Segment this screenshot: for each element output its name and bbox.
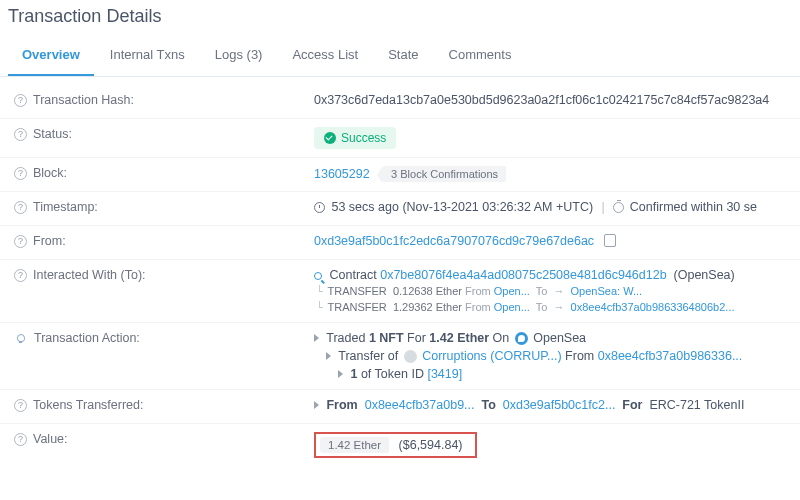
- from-address-link[interactable]: 0xd3e9af5b0c1fc2edc6a7907076cd9c79e67de6…: [314, 234, 594, 248]
- label-from: From:: [33, 234, 66, 248]
- tab-access-list[interactable]: Access List: [278, 37, 372, 76]
- row-status: ? Status: Success: [0, 119, 800, 158]
- row-block: ? Block: 13605292 3 Block Confirmations: [0, 158, 800, 192]
- tab-overview[interactable]: Overview: [8, 37, 94, 76]
- check-icon: [324, 132, 336, 144]
- usd-amount: ($6,594.84): [399, 438, 463, 452]
- label-action: Transaction Action:: [34, 331, 140, 345]
- action-from-link[interactable]: 0x8ee4cfb37a0b986336...: [598, 349, 743, 363]
- transfer-from-link[interactable]: Open...: [494, 285, 530, 297]
- status-text: Success: [341, 131, 386, 145]
- caret-icon: [314, 401, 319, 409]
- value-hash: 0x373c6d7eda13cb7a0e530bd5d9623a0a2f1cf0…: [314, 93, 786, 107]
- confirmations-badge: 3 Block Confirmations: [383, 166, 506, 182]
- timestamp-absolute: (Nov-13-2021 03:26:32 AM +UTC): [402, 200, 593, 214]
- token-icon: [404, 350, 417, 363]
- caret-icon: [314, 334, 319, 342]
- contract-prefix: Contract: [329, 268, 376, 282]
- timestamp-relative: 53 secs ago: [331, 200, 398, 214]
- row-hash: ? Transaction Hash: 0x373c6d7eda13cb7a0e…: [0, 85, 800, 119]
- action-line-2: Transfer of Corruptions (CORRUP...) From…: [314, 349, 786, 363]
- stopwatch-icon: [613, 202, 624, 213]
- label-tokens: Tokens Transferred:: [33, 398, 143, 412]
- tokens-from-link[interactable]: 0x8ee4cfb37a0b9...: [365, 398, 475, 412]
- tree-icon: └: [316, 301, 323, 314]
- value-highlight-box: 1.42 Ether ($6,594.84): [314, 432, 477, 458]
- help-icon[interactable]: ?: [14, 128, 27, 141]
- token-name-link[interactable]: Corruptions (CORRUP...): [422, 349, 561, 363]
- tabs-bar: Overview Internal Txns Logs (3) Access L…: [0, 37, 800, 77]
- tree-icon: └: [316, 285, 323, 298]
- page-title: Transaction Details: [0, 0, 800, 37]
- block-number-link[interactable]: 13605292: [314, 167, 370, 181]
- status-badge: Success: [314, 127, 396, 149]
- tab-logs[interactable]: Logs (3): [201, 37, 277, 76]
- ether-amount: 1.42 Ether: [320, 437, 389, 453]
- label-hash: Transaction Hash:: [33, 93, 134, 107]
- caret-icon: [326, 352, 331, 360]
- row-to: ? Interacted With (To): Contract 0x7be80…: [0, 260, 800, 323]
- transfer-line-2: └ TRANSFER 1.29362 Ether From Open... To…: [314, 301, 786, 314]
- tokens-to-link[interactable]: 0xd3e9af5b0c1fc2...: [503, 398, 616, 412]
- label-value: Value:: [33, 432, 68, 446]
- clock-icon: [314, 202, 325, 213]
- copy-icon[interactable]: [606, 236, 616, 247]
- details-panel: ? Transaction Hash: 0x373c6d7eda13cb7a0e…: [0, 77, 800, 466]
- transfer-from-link[interactable]: Open...: [494, 301, 530, 313]
- row-tokens: ? Tokens Transferred: From 0x8ee4cfb37a0…: [0, 390, 800, 424]
- label-status: Status:: [33, 127, 72, 141]
- caret-icon: [338, 370, 343, 378]
- row-timestamp: ? Timestamp: 53 secs ago (Nov-13-2021 03…: [0, 192, 800, 226]
- row-from: ? From: 0xd3e9af5b0c1fc2edc6a7907076cd9c…: [0, 226, 800, 260]
- transfer-line-1: └ TRANSFER 0.12638 Ether From Open... To…: [314, 285, 786, 298]
- timestamp-confirmed: Confirmed within 30 se: [630, 200, 757, 214]
- opensea-icon: [515, 332, 528, 345]
- action-line-1: Traded 1 NFT For 1.42 Ether On OpenSea: [314, 331, 786, 345]
- label-timestamp: Timestamp:: [33, 200, 98, 214]
- transfer-to-link[interactable]: 0x8ee4cfb37a0b9863364806b2...: [571, 301, 735, 313]
- to-address-link[interactable]: 0x7be8076f4ea4a4ad08075c2508e481d6c946d1…: [380, 268, 666, 282]
- help-icon[interactable]: ?: [14, 167, 27, 180]
- tab-state[interactable]: State: [374, 37, 432, 76]
- token-id-link[interactable]: [3419]: [427, 367, 462, 381]
- help-icon[interactable]: ?: [14, 94, 27, 107]
- contract-name: (OpenSea): [674, 268, 735, 282]
- lightbulb-icon: [14, 332, 26, 344]
- help-icon[interactable]: ?: [14, 201, 27, 214]
- tab-comments[interactable]: Comments: [435, 37, 526, 76]
- label-block: Block:: [33, 166, 67, 180]
- help-icon[interactable]: ?: [14, 235, 27, 248]
- label-to: Interacted With (To):: [33, 268, 146, 282]
- transfer-to-link[interactable]: OpenSea: W...: [571, 285, 643, 297]
- tab-internal-txns[interactable]: Internal Txns: [96, 37, 199, 76]
- action-line-3: 1 of Token ID [3419]: [314, 367, 786, 381]
- help-icon[interactable]: ?: [14, 433, 27, 446]
- help-icon[interactable]: ?: [14, 399, 27, 412]
- help-icon[interactable]: ?: [14, 269, 27, 282]
- search-icon[interactable]: [314, 272, 322, 280]
- row-action: Transaction Action: Traded 1 NFT For 1.4…: [0, 323, 800, 390]
- row-value: ? Value: 1.42 Ether ($6,594.84): [0, 424, 800, 466]
